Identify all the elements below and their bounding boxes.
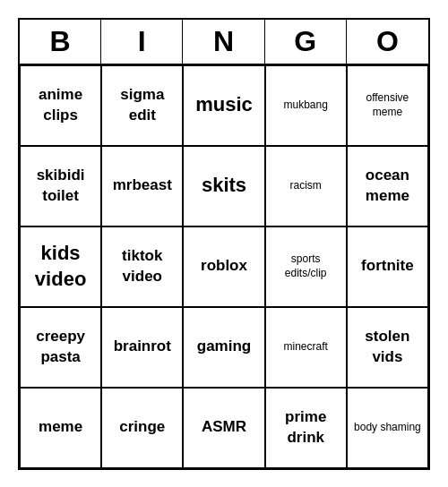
bingo-cell-20: meme (20, 388, 101, 468)
header-letter-o: O (347, 20, 428, 64)
bingo-cell-15: creepy pasta (20, 307, 101, 388)
bingo-cell-19: stolen vids (347, 307, 428, 388)
bingo-cell-8: racism (265, 146, 347, 226)
bingo-cell-24: body shaming (347, 388, 428, 468)
bingo-cell-12: roblox (183, 226, 264, 307)
bingo-card: BINGO anime clipssigma editmusicmukbango… (18, 18, 430, 470)
bingo-cell-3: mukbang (265, 65, 347, 146)
bingo-header: BINGO (20, 20, 428, 65)
bingo-cell-18: minecraft (265, 307, 347, 388)
bingo-cell-14: fortnite (347, 226, 428, 307)
bingo-grid: anime clipssigma editmusicmukbangoffensi… (20, 65, 428, 468)
bingo-cell-21: cringe (101, 388, 183, 468)
bingo-cell-0: anime clips (20, 65, 101, 146)
header-letter-n: N (183, 20, 264, 64)
header-letter-b: B (20, 20, 101, 64)
bingo-cell-13: sports edits/clip (265, 226, 347, 307)
bingo-cell-22: ASMR (183, 388, 264, 468)
bingo-cell-5: skibidi toilet (20, 146, 101, 226)
bingo-cell-11: tiktok video (101, 226, 183, 307)
bingo-cell-2: music (183, 65, 264, 146)
bingo-cell-17: gaming (183, 307, 264, 388)
bingo-cell-1: sigma edit (101, 65, 183, 146)
header-letter-g: G (265, 20, 347, 64)
bingo-cell-23: prime drink (265, 388, 347, 468)
bingo-cell-4: offensive meme (347, 65, 428, 146)
header-letter-i: I (101, 20, 183, 64)
bingo-cell-6: mrbeast (101, 146, 183, 226)
bingo-cell-9: ocean meme (347, 146, 428, 226)
bingo-cell-10: kids video (20, 226, 101, 307)
bingo-cell-16: brainrot (101, 307, 183, 388)
bingo-cell-7: skits (183, 146, 264, 226)
